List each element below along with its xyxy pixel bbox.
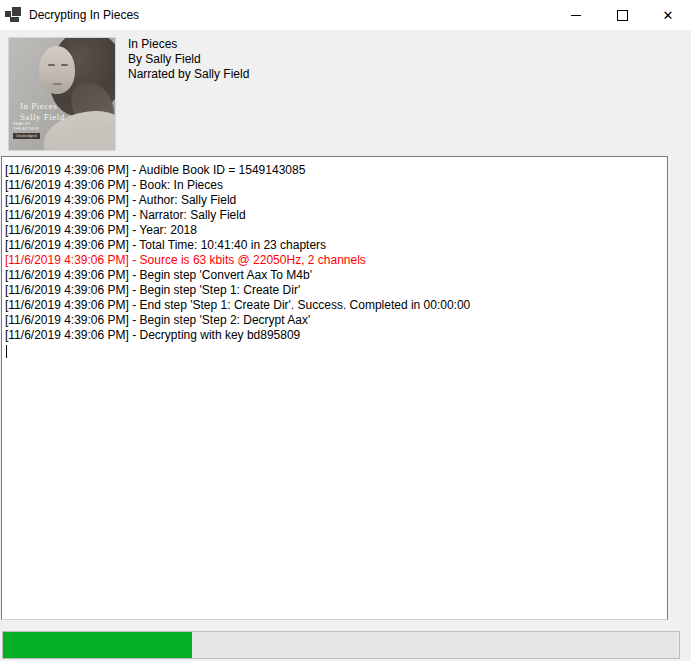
log-line: [11/6/2019 4:39:06 PM] - Total Time: 10:… [5,238,664,253]
cover-tag-text: Unabridged [13,133,40,139]
minimize-button[interactable] [553,0,599,30]
text-caret [6,345,7,358]
book-info: In Pieces By Sally Field Narrated by Sal… [128,37,249,82]
cover-art-face [39,46,75,94]
log-line: [11/6/2019 4:39:06 PM] - End step 'Step … [5,298,664,313]
maximize-button[interactable] [599,0,645,30]
maximize-icon [617,10,628,21]
close-icon: ✕ [663,9,674,22]
log-lines: [11/6/2019 4:39:06 PM] - Audible Book ID… [5,163,664,343]
log-line: [11/6/2019 4:39:06 PM] - Book: In Pieces [5,178,664,193]
cover-title-text: In Pieces [20,101,57,111]
app-icon [5,7,21,23]
log-line: [11/6/2019 4:39:06 PM] - Year: 2018 [5,223,664,238]
log-line: [11/6/2019 4:39:06 PM] - Begin step 'Ste… [5,313,664,328]
minimize-icon [571,15,581,16]
title-bar: Decrypting In Pieces ✕ [0,0,691,30]
log-output[interactable]: [11/6/2019 4:39:06 PM] - Audible Book ID… [1,156,668,620]
progress-bar [2,631,680,659]
app-window: Decrypting In Pieces ✕ In Pieces Sally F… [0,0,691,661]
window-title: Decrypting In Pieces [29,8,139,22]
progress-fill [3,632,192,658]
book-cover-image: In Pieces Sally Field READ BY THE AUTHOR… [8,37,116,151]
book-title-label: In Pieces [128,37,249,52]
book-narrator-label: Narrated by Sally Field [128,67,249,82]
log-line: [11/6/2019 4:39:06 PM] - Begin step 'Con… [5,268,664,283]
log-line: [11/6/2019 4:39:06 PM] - Author: Sally F… [5,193,664,208]
log-line: [11/6/2019 4:39:06 PM] - Decrypting with… [5,328,664,343]
log-line: [11/6/2019 4:39:06 PM] - Source is 63 kb… [5,253,664,268]
book-author-label: By Sally Field [128,52,249,67]
close-button[interactable]: ✕ [645,0,691,30]
cover-readby-text: READ BY THE AUTHOR [13,122,39,131]
log-line: [11/6/2019 4:39:06 PM] - Audible Book ID… [5,163,664,178]
log-line: [11/6/2019 4:39:06 PM] - Begin step 'Ste… [5,283,664,298]
log-line: [11/6/2019 4:39:06 PM] - Narrator: Sally… [5,208,664,223]
